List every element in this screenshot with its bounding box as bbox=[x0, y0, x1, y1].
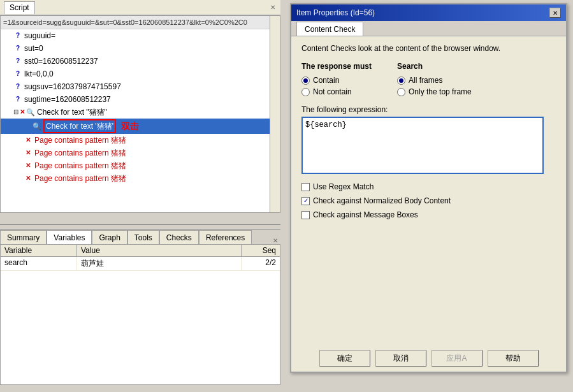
radio-top-frame-circle[interactable] bbox=[397, 88, 405, 96]
checkbox-message-boxes-label: Check against Message Boxes bbox=[313, 210, 418, 219]
script-tree: =1&sourceid=sugg&suguuid=&sut=0&sst0=162… bbox=[0, 15, 280, 213]
tree-item-label: suguuid= bbox=[24, 30, 55, 41]
tab-graph[interactable]: Graph bbox=[92, 230, 127, 244]
script-tab-label: Script bbox=[10, 3, 29, 12]
q-icon: ? bbox=[13, 82, 22, 91]
tree-item-label: lkt=0,0,0 bbox=[24, 68, 54, 80]
x-icon: ✕ bbox=[24, 149, 33, 157]
url-bar: =1&sourceid=sugg&suguuid=&sut=0&sst0=162… bbox=[1, 16, 280, 29]
tree-item-label: sugsuv=1620379874715597 bbox=[24, 81, 121, 92]
dialog-description: Content Checks look at the content of th… bbox=[301, 44, 556, 53]
radio-not-contain[interactable]: Not contain bbox=[301, 87, 372, 96]
tree-item-sst0[interactable]: ? sst0=1620608512237 bbox=[1, 55, 280, 68]
tab-label: Variables bbox=[54, 233, 85, 242]
tree-item-error-3[interactable]: ✕ Page contains pattern 猪猪 bbox=[1, 159, 280, 172]
dblclick-hint: 双击 bbox=[121, 120, 139, 132]
radio-contain[interactable]: Contain bbox=[301, 76, 372, 85]
cancel-button[interactable]: 取消 bbox=[375, 350, 426, 367]
ok-button[interactable]: 确定 bbox=[319, 350, 370, 367]
tab-summary[interactable]: Summary bbox=[0, 230, 47, 244]
url-text: =1&sourceid=sugg&suguuid=&sut=0&sst0=162… bbox=[3, 17, 247, 28]
tree-item-lkt[interactable]: ? lkt=0,0,0 bbox=[1, 68, 280, 80]
checkbox-normalized[interactable]: Check against Normalized Body Content bbox=[301, 196, 556, 205]
apply-button[interactable]: 应用A bbox=[432, 350, 482, 367]
table-row[interactable]: search 葫芦娃 2/2 bbox=[1, 257, 280, 271]
response-options-col: The response must Contain Not contain bbox=[301, 62, 372, 96]
error-label: Page contains pattern 猪猪 bbox=[34, 173, 126, 184]
tab-label: Graph bbox=[99, 233, 120, 242]
tree-item-suguuid[interactable]: ? suguuid= bbox=[1, 29, 280, 42]
q-icon: ? bbox=[13, 95, 22, 104]
tab-label: Tools bbox=[134, 233, 152, 242]
options-row: The response must Contain Not contain Se… bbox=[301, 62, 556, 96]
bottom-close-icon[interactable]: ✕ bbox=[272, 237, 280, 244]
tree-folder-label: Check for text "猪猪" bbox=[37, 106, 107, 118]
checkbox-regex[interactable]: Use Regex Match bbox=[301, 182, 556, 191]
script-header: Script ✕ bbox=[0, 0, 280, 15]
cell-variable: search bbox=[1, 257, 77, 270]
checkbox-regex-box[interactable] bbox=[301, 183, 310, 191]
col-header-variable: Variable bbox=[1, 245, 77, 256]
tree-item-label: sst0=1620608512237 bbox=[24, 55, 98, 67]
dialog-tab-content-check[interactable]: Content Check bbox=[296, 22, 363, 36]
help-button[interactable]: 帮助 bbox=[488, 350, 539, 367]
tree-scrollbar[interactable] bbox=[270, 16, 280, 212]
radio-not-contain-label: Not contain bbox=[313, 87, 352, 96]
radio-all-frames[interactable]: All frames bbox=[397, 76, 472, 85]
tab-checks[interactable]: Checks bbox=[159, 230, 199, 244]
dialog-title: Item Properties (Id=56) bbox=[296, 8, 375, 17]
x-icon: ✕ bbox=[24, 136, 33, 145]
cell-value: 葫芦娃 bbox=[77, 257, 242, 270]
tab-label: Checks bbox=[166, 233, 192, 242]
tree-item-check-highlighted[interactable]: 🔍 Check for text '猪猪' 双击 bbox=[1, 119, 280, 134]
expression-input[interactable]: ${search} bbox=[301, 117, 544, 174]
q-icon: ? bbox=[13, 31, 22, 40]
radio-not-contain-circle[interactable] bbox=[301, 88, 310, 96]
tree-item-error-4[interactable]: ✕ Page contains pattern 猪猪 bbox=[1, 172, 280, 185]
left-panel: Script ✕ =1&sourceid=sugg&suguuid=&sut=0… bbox=[0, 0, 280, 392]
search-label: Search bbox=[397, 62, 472, 71]
checkbox-regex-label: Use Regex Match bbox=[313, 182, 374, 191]
x-icon: ✕ bbox=[24, 174, 33, 183]
tree-item-sugsuv[interactable]: ? sugsuv=1620379874715597 bbox=[1, 80, 280, 93]
bottom-section: Summary Variables Graph Tools Checks Ref… bbox=[0, 229, 280, 392]
expand-icon: ⊟ bbox=[13, 106, 18, 118]
radio-top-frame-label: Only the top frame bbox=[409, 87, 472, 96]
checkbox-normalized-label: Check against Normalized Body Content bbox=[313, 196, 451, 205]
dialog-tabs: Content Check bbox=[291, 21, 566, 36]
script-tab[interactable]: Script bbox=[4, 1, 35, 14]
tab-references[interactable]: References bbox=[199, 230, 252, 244]
dialog-close-button[interactable]: ✕ bbox=[549, 8, 561, 18]
checkbox-message-boxes-box[interactable] bbox=[301, 211, 310, 219]
tree-item-error-2[interactable]: ✕ Page contains pattern 猪猪 bbox=[1, 147, 280, 159]
col-header-seq: Seq bbox=[242, 245, 280, 256]
radio-contain-circle[interactable] bbox=[301, 76, 310, 85]
tree-item-redbox: Check for text '猪猪' bbox=[43, 119, 116, 133]
q-icon: ? bbox=[13, 69, 22, 78]
expression-label: The following expression: bbox=[301, 105, 556, 114]
script-close-icon[interactable]: ✕ bbox=[269, 4, 277, 11]
resize-handle[interactable] bbox=[0, 224, 280, 229]
error-label: Page contains pattern 猪猪 bbox=[34, 160, 126, 171]
cell-seq: 2/2 bbox=[242, 257, 280, 270]
checkbox-normalized-box[interactable] bbox=[301, 197, 310, 205]
radio-top-frame[interactable]: Only the top frame bbox=[397, 87, 472, 96]
folder-icon: 🔍 bbox=[26, 108, 35, 117]
item-properties-dialog: Item Properties (Id=56) ✕ Content Check … bbox=[290, 3, 567, 373]
radio-all-frames-circle[interactable] bbox=[397, 76, 405, 85]
q-icon: ? bbox=[13, 44, 22, 53]
tree-item-sut[interactable]: ? sut=0 bbox=[1, 42, 280, 55]
x-icon: ✕ bbox=[24, 161, 33, 170]
response-label: The response must bbox=[301, 62, 372, 71]
checkbox-message-boxes[interactable]: Check against Message Boxes bbox=[301, 210, 556, 219]
tree-item-check-folder[interactable]: ⊟ ✕ 🔍 Check for text "猪猪" bbox=[1, 106, 280, 119]
radio-all-frames-label: All frames bbox=[409, 76, 442, 85]
dialog-footer: 确定 取消 应用A 帮助 bbox=[291, 350, 566, 367]
tree-item-error-1[interactable]: ✕ Page contains pattern 猪猪 bbox=[1, 134, 280, 147]
tab-tools[interactable]: Tools bbox=[127, 230, 159, 244]
tree-item-sugtime[interactable]: ? sugtime=1620608512237 bbox=[1, 93, 280, 106]
table-header: Variable Value Seq bbox=[1, 245, 280, 257]
tab-variables[interactable]: Variables bbox=[47, 230, 92, 244]
x-badge: ✕ bbox=[20, 106, 25, 118]
search-icon: 🔍 bbox=[33, 122, 41, 131]
